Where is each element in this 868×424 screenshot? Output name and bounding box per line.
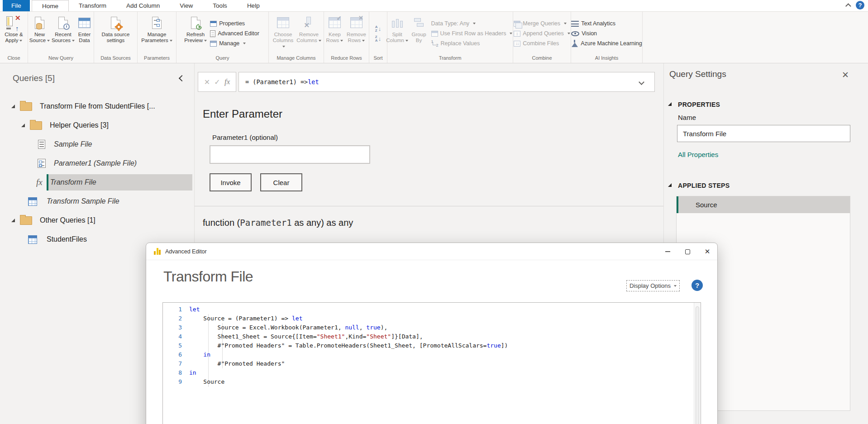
tab-view[interactable]: View bbox=[170, 0, 203, 11]
keep-rows-button[interactable]: ✓ Keep Rows bbox=[325, 13, 344, 43]
clear-button[interactable]: Clear bbox=[260, 173, 302, 191]
name-label: Name bbox=[678, 114, 696, 121]
function-signature: function (Parameter1 as any) as any bbox=[203, 218, 353, 228]
text-analytics-button[interactable]: Text Analytics bbox=[569, 19, 644, 29]
line-number: 7 bbox=[163, 359, 182, 368]
combine-files-button[interactable]: ↓↓Combine Files bbox=[512, 38, 572, 48]
dropdown-caret-icon bbox=[674, 285, 677, 287]
code-editor[interactable]: 1let2 Source = (Parameter1) => let3 Sour… bbox=[162, 302, 701, 424]
replace-values-button[interactable]: 12Replace Values bbox=[429, 38, 515, 48]
all-properties-link[interactable]: All Properties bbox=[678, 151, 718, 158]
expand-triangle-icon[interactable] bbox=[21, 124, 25, 127]
expand-triangle-icon[interactable] bbox=[11, 105, 15, 108]
dialog-title-bar[interactable]: Advanced Editor ✕ bbox=[146, 243, 717, 260]
minimize-button[interactable] bbox=[658, 243, 677, 260]
divider bbox=[195, 206, 663, 206]
collapse-pane-icon[interactable] bbox=[179, 75, 185, 81]
dropdown-caret-icon bbox=[473, 23, 476, 24]
data-source-settings-button[interactable]: Data source settings bbox=[98, 13, 134, 43]
formula-check-icon[interactable]: ✓ bbox=[214, 78, 220, 86]
dropdown-caret-icon bbox=[170, 40, 172, 42]
query-name-input[interactable] bbox=[677, 125, 850, 142]
manage-button[interactable]: Manage bbox=[208, 38, 261, 48]
enter-data-button[interactable]: Enter Data bbox=[76, 13, 93, 43]
close-apply-icon: ✕ ↑ bbox=[6, 14, 22, 31]
split-column-button[interactable]: Split Column bbox=[386, 13, 409, 43]
dialog-title: Advanced Editor bbox=[165, 248, 207, 255]
formula-input[interactable]: = (Parameter1) => let bbox=[238, 72, 655, 92]
new-source-button[interactable]: New Source bbox=[29, 13, 51, 43]
maximize-button[interactable] bbox=[677, 243, 697, 260]
dropdown-caret-icon bbox=[564, 23, 567, 24]
refresh-preview-button[interactable]: Refresh Preview bbox=[184, 13, 207, 43]
choose-columns-button[interactable]: Choose Columns bbox=[271, 13, 296, 49]
remove-columns-label: Remove Columns bbox=[296, 32, 319, 43]
remove-columns-button[interactable]: ✕ Remove Columns bbox=[296, 13, 322, 43]
use-first-row-button[interactable]: Use First Row as Headers bbox=[429, 29, 515, 38]
formula-dropdown-icon[interactable] bbox=[639, 79, 644, 85]
query-group-transform-file-from-studentfiles[interactable]: Transform File from StudentFiles [... bbox=[0, 97, 194, 116]
sort-ascending-icon[interactable]: AZ↓ bbox=[375, 25, 381, 33]
query-item-label: Transform File bbox=[50, 178, 96, 186]
help-icon[interactable]: ? bbox=[856, 1, 864, 10]
data-type-button[interactable]: Data Type: Any bbox=[429, 19, 515, 29]
query-item-transform-sample-file[interactable]: Transform Sample File bbox=[0, 192, 194, 211]
dialog-help-icon[interactable]: ? bbox=[692, 280, 703, 291]
line-number: 1 bbox=[163, 305, 182, 314]
query-item-transform-file[interactable]: fx Transform File bbox=[0, 173, 194, 192]
ribbon-group-sort: Sort bbox=[371, 54, 385, 63]
dropdown-caret-icon bbox=[204, 40, 207, 42]
close-button[interactable]: ✕ bbox=[697, 243, 717, 260]
group-by-button[interactable]: Group By bbox=[410, 13, 429, 43]
ribbon-group-close: Close bbox=[2, 54, 26, 63]
line-number: 9 bbox=[163, 377, 182, 386]
invoke-button[interactable]: Invoke bbox=[210, 173, 252, 191]
merge-queries-button[interactable]: Merge Queries bbox=[512, 19, 572, 29]
query-item-parameter1[interactable]: Parameter1 (Sample File) bbox=[0, 154, 194, 173]
line-number: 5 bbox=[163, 341, 182, 350]
document-icon bbox=[38, 140, 45, 149]
tab-file[interactable]: File bbox=[3, 0, 30, 11]
query-group-helper-queries[interactable]: Helper Queries [3] bbox=[0, 116, 194, 135]
expand-triangle-icon[interactable] bbox=[11, 219, 15, 222]
tab-transform[interactable]: Transform bbox=[69, 0, 116, 11]
data-source-settings-label: Data source settings bbox=[101, 32, 129, 43]
formula-cancel-icon[interactable]: ✕ bbox=[204, 78, 210, 86]
collapse-ribbon-icon[interactable] bbox=[845, 3, 851, 9]
manage-parameters-button[interactable]: Manage Parameters bbox=[140, 13, 174, 43]
expand-triangle-icon[interactable] bbox=[668, 183, 672, 187]
expand-triangle-icon[interactable] bbox=[668, 102, 672, 106]
tab-add-column[interactable]: Add Column bbox=[116, 0, 170, 11]
code-line: 3 Source = Excel.Workbook(Parameter1, nu… bbox=[163, 323, 693, 332]
sort-descending-icon[interactable]: ZA↓ bbox=[375, 35, 381, 43]
code-line: 1let bbox=[163, 305, 693, 314]
properties-button[interactable]: Properties bbox=[208, 19, 261, 29]
tab-tools[interactable]: Tools bbox=[203, 0, 237, 11]
display-options-label: Display Options bbox=[630, 282, 671, 289]
applied-step-source[interactable]: Source bbox=[677, 196, 850, 213]
recent-sources-icon bbox=[58, 14, 68, 31]
tab-home[interactable]: Home bbox=[32, 0, 69, 11]
formula-fx-icon[interactable]: fx bbox=[224, 77, 230, 86]
azure-ml-button[interactable]: Azure Machine Learning bbox=[569, 38, 644, 48]
split-column-icon bbox=[391, 14, 403, 31]
append-queries-button[interactable]: ↕Append Queries bbox=[512, 29, 572, 38]
close-pane-icon[interactable]: ✕ bbox=[842, 70, 849, 80]
close-apply-button[interactable]: ✕ ↑ Close & Apply bbox=[2, 13, 26, 43]
vision-button[interactable]: Vision bbox=[569, 29, 644, 38]
new-source-icon bbox=[35, 14, 44, 31]
keep-rows-icon: ✓ bbox=[329, 14, 341, 31]
data-type-label: Data Type: Any bbox=[431, 20, 470, 27]
query-item-sample-file[interactable]: Sample File bbox=[0, 135, 194, 154]
remove-rows-button[interactable]: ✕ Remove Rows bbox=[345, 13, 368, 43]
display-options-button[interactable]: Display Options bbox=[626, 280, 680, 291]
scrollbar[interactable] bbox=[694, 303, 701, 424]
recent-sources-button[interactable]: Recent Sources bbox=[52, 13, 75, 43]
parameter-icon bbox=[38, 159, 46, 168]
advanced-editor-button[interactable]: Advanced Editor bbox=[208, 29, 261, 38]
tab-help[interactable]: Help bbox=[237, 0, 270, 11]
vision-icon bbox=[571, 31, 579, 36]
parameter1-input[interactable] bbox=[210, 145, 370, 164]
manage-parameters-icon bbox=[152, 14, 162, 31]
query-group-other-queries[interactable]: Other Queries [1] bbox=[0, 211, 194, 230]
